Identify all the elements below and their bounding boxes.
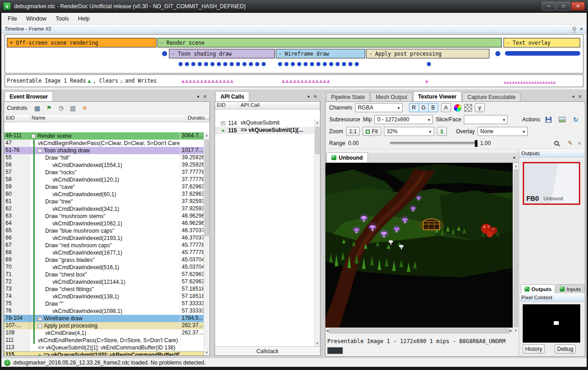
write-marker-icon[interactable] [226,78,230,84]
expand-icon[interactable]: - [31,134,36,138]
scroll-up-icon[interactable] [315,120,320,125]
event-row[interactable]: 63 Draw "mushroom stems" 46.96296 [4,213,204,220]
panel-tab[interactable]: Capture Executable [462,92,520,101]
draw-event-dot[interactable] [348,62,352,66]
zoom-fit-button[interactable]: Fit [362,127,381,136]
scroll-left-icon[interactable] [326,329,328,333]
event-row[interactable]: 47 vkCmdBeginRenderPass(C=Clear, D=Clear… [4,140,204,147]
timeline-draw-bar[interactable] [505,51,580,56]
checkerboard-icon[interactable] [464,104,472,112]
column-name[interactable]: Name [30,115,186,122]
tab-event-browser[interactable]: Event Browser [5,91,53,101]
write-marker-icon[interactable] [425,78,429,84]
timeline-block-render-scene[interactable]: - Render scene [158,38,502,47]
draw-event-dot[interactable] [210,62,215,66]
event-row[interactable]: 69 Draw "grass blades" 45.03704 [4,256,204,264]
write-marker-icon[interactable] [282,78,285,84]
sidebar-tab[interactable]: Outputs [521,284,555,293]
timeline-block-post[interactable]: - Apply post processing [366,49,489,58]
write-marker-icon[interactable] [312,78,315,84]
texture-vertical-scrollbar[interactable] [513,163,519,334]
event-row[interactable]: 70 vkCmdDrawIndexed(516,1) 45.03704 [4,264,204,271]
draw-event-dot[interactable] [316,62,320,66]
event-row[interactable]: 55 Draw "hill" 39.25926 [4,154,204,162]
refresh-button[interactable] [570,115,581,125]
draw-event-dot[interactable] [162,51,167,56]
draw-event-dot[interactable] [278,62,282,66]
timeline-block-wireframe[interactable]: - Wireframe draw [276,49,365,58]
menu-item[interactable]: File [3,14,21,24]
scroll-down-icon[interactable] [315,340,320,346]
draw-event-dot[interactable] [323,62,327,66]
event-row[interactable]: 56 vkCmdDrawIndexed(1554,1) 39.25926 [4,162,204,169]
event-row[interactable]: 57 Draw "rocks" 37.77778 [4,169,204,176]
expand-icon[interactable]: + [221,121,225,125]
color-wheel-icon[interactable] [454,104,462,112]
api-call-row[interactable]: +114 vkQueueSubmit [215,120,314,127]
range-slider[interactable] [390,142,478,144]
expand-icon[interactable]: - [38,149,42,153]
event-row[interactable]: 113 => vkQueueSubmit(2)[1]: vkEndCommand… [4,344,204,351]
timeline-track[interactable]: + Off-screen scene rendering - Render sc… [5,34,583,73]
draw-event-dot[interactable] [178,62,183,66]
expand-icon[interactable]: + [38,317,42,321]
write-marker-icon[interactable] [319,78,323,84]
event-row[interactable]: 76 vkCmdDrawIndexed(1098,1) 57.33333 [4,307,204,315]
mip-select[interactable]: 0 - 1272x690 [374,115,433,124]
write-marker-icon[interactable] [185,78,189,84]
pin-icon[interactable] [572,27,576,31]
draw-event-dot[interactable] [304,62,308,66]
write-marker-icon[interactable] [204,78,207,84]
expand-icon[interactable]: ► [221,127,226,134]
close-icon[interactable] [203,93,207,99]
scrollbar-thumb[interactable] [514,169,518,327]
timeline-block-toon[interactable]: - Toon shading draw [169,49,275,58]
draw-event-dot[interactable] [185,62,189,66]
event-row[interactable]: 67 Draw "red mushroom caps" 45.77778 [4,242,204,249]
draw-event-dot[interactable] [342,62,346,66]
menu-item[interactable]: Help [74,14,94,24]
draw-event-dot[interactable] [427,62,431,66]
write-marker-icon[interactable] [293,78,297,84]
event-row[interactable]: 58 vkCmdDrawIndexed(120,1) 37.77778 [4,176,204,183]
texture-tab-list-icon[interactable] [513,154,515,161]
panel-menu-icon[interactable] [308,93,310,99]
scrollbar-thumb[interactable] [205,140,209,236]
timeline-block-offscreen[interactable]: + Off-screen scene rendering [7,38,157,47]
event-row[interactable]: 68 vkCmdDrawIndexed(1677,1) 45.77778 [4,249,204,256]
draw-event-dot[interactable] [223,62,227,66]
write-marker-icon[interactable] [181,78,185,84]
write-marker-icon[interactable] [327,78,331,84]
draw-event-dot[interactable] [329,62,333,66]
sidebar-tab[interactable]: Inputs [556,284,584,293]
event-row[interactable]: 51-76 -Toon shading draw 1017.7... [4,147,204,154]
draw-event-dot[interactable] [249,62,253,66]
write-marker-icon[interactable] [308,78,312,84]
panel-menu-icon[interactable] [197,93,200,99]
draw-event-dot[interactable] [230,62,234,66]
event-row[interactable]: 115 ►=> vkQueueSubmit(1)[0]: vkBeginComm… [4,351,204,355]
event-row[interactable]: 73 Draw "chest fittings" 57.18518 [4,286,204,293]
close-icon[interactable] [314,93,317,99]
draw-event-dot[interactable] [284,62,289,66]
pixel-context-view[interactable] [523,304,580,343]
gamma-toggle[interactable]: γ [475,103,485,112]
draw-event-dot[interactable] [262,62,266,66]
menu-item[interactable]: Window [21,14,51,24]
zoom-select[interactable]: 32% [384,127,434,136]
draw-event-dot[interactable] [291,62,295,66]
scrollbar-thumb[interactable] [329,328,509,334]
event-row[interactable]: 62 vkCmdDrawIndexed(342,1) 37.92593 [4,205,204,213]
draw-event-dot[interactable] [236,62,240,66]
draw-event-dot[interactable] [217,62,221,66]
event-row[interactable]: 72 vkCmdDrawIndexed(12144,1) 57.62963 [4,278,204,286]
panel-tab[interactable]: Mesh Output [371,92,412,101]
tab-unbound-texture[interactable]: Unbound [326,152,368,162]
event-row[interactable]: 66 vkCmdDrawIndexed(2193,1) 46.37037 [4,235,204,242]
stats-button[interactable] [68,103,79,113]
draw-event-dot[interactable] [191,62,195,66]
write-marker-icon[interactable] [196,78,200,84]
event-row[interactable]: 65 Draw "blue mushroom caps" 46.37037 [4,227,204,235]
write-marker-icon[interactable] [200,78,204,84]
save-texture-button[interactable] [543,115,554,125]
